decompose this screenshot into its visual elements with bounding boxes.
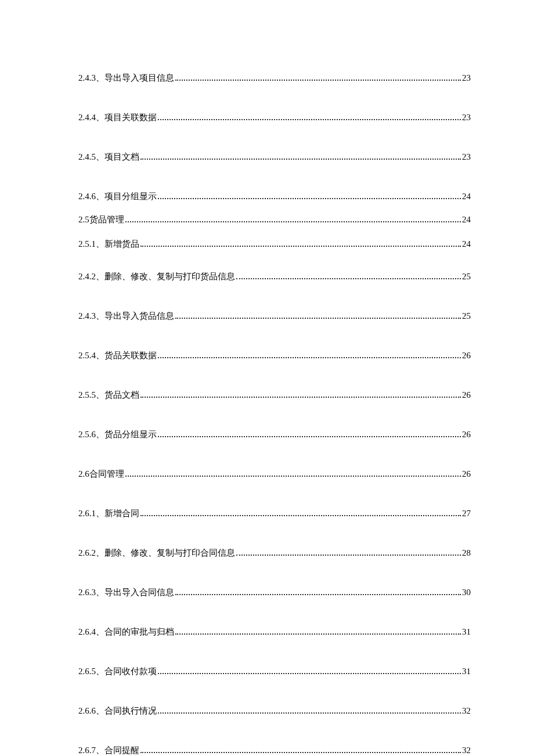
toc-leader-dots (236, 550, 461, 556)
toc-separator: 、 (96, 548, 104, 558)
toc-page-number: 31 (462, 666, 471, 676)
toc-title: 货品文档 (104, 390, 139, 400)
toc-title: 合同提醒 (104, 745, 139, 755)
toc-title: 导出导入合同信息 (104, 587, 174, 597)
toc-separator: 、 (96, 350, 104, 361)
toc-number: 2.6.4 (78, 627, 96, 637)
toc-entry: 2.5.5、货品文档26 (78, 390, 471, 400)
toc-number: 2.6.5 (78, 666, 96, 676)
toc-title: 新增合同 (104, 508, 139, 519)
toc-entry: 2.4.4、项目关联数据23 (78, 112, 471, 123)
toc-leader-dots (125, 471, 461, 477)
toc-title: 合同的审批与归档 (104, 627, 174, 637)
toc-leader-dots (140, 392, 461, 398)
toc-separator: 、 (96, 390, 104, 400)
toc-entry: 2.6.3、导出导入合同信息30 (78, 587, 471, 597)
toc-page-number: 25 (462, 271, 471, 282)
toc-separator: 、 (96, 666, 104, 676)
toc-leader-dots (125, 217, 461, 223)
toc-leader-dots (175, 629, 461, 635)
toc-leader-dots (158, 114, 461, 121)
toc-leader-dots (158, 193, 461, 200)
toc-separator: 、 (96, 271, 104, 282)
toc-entry: 2.6.6、合同执行情况32 (78, 705, 471, 716)
toc-container: 2.4.3、导出导入项目信息232.4.4、项目关联数据232.4.5、项目文档… (78, 73, 471, 756)
toc-page-number: 32 (462, 745, 471, 755)
toc-page-number: 31 (462, 627, 471, 637)
toc-title: 合同收付款项 (104, 666, 157, 676)
toc-entry: 2.4.2、删除、修改、复制与打印货品信息25 (78, 271, 471, 282)
toc-leader-dots (140, 154, 461, 160)
toc-page-number: 32 (462, 705, 471, 716)
toc-entry: 2.6.7、合同提醒32 (78, 745, 471, 755)
toc-number: 2.4.3 (78, 73, 96, 83)
toc-number: 2.4.2 (78, 271, 96, 282)
toc-leader-dots (158, 352, 461, 359)
toc-page-number: 26 (462, 469, 471, 479)
toc-number: 2.6.2 (78, 548, 96, 558)
toc-leader-dots (175, 75, 461, 81)
toc-entry: 2.4.3、导出导入项目信息23 (78, 73, 471, 83)
toc-title: 项目分组显示 (104, 191, 157, 201)
toc-title: 合同管理 (89, 469, 124, 479)
toc-entry: 2.5 货品管理24 (78, 214, 471, 225)
toc-separator: 、 (96, 429, 104, 440)
toc-title: 导出导入项目信息 (104, 73, 174, 83)
toc-separator: 、 (96, 239, 104, 249)
toc-leader-dots (236, 273, 461, 280)
toc-page-number: 26 (462, 390, 471, 400)
toc-separator: 、 (96, 745, 104, 755)
toc-entry: 2.6.2、删除、修改、复制与打印合同信息28 (78, 548, 471, 558)
toc-number: 2.6.7 (78, 745, 96, 755)
toc-number: 2.6.3 (78, 587, 96, 597)
toc-entry: 2.4.3、导出导入货品信息25 (78, 311, 471, 321)
toc-page-number: 23 (462, 73, 471, 83)
toc-entry: 2.6.1、新增合同27 (78, 508, 471, 519)
toc-number: 2.5.4 (78, 350, 96, 361)
toc-page-number: 24 (462, 239, 471, 249)
toc-entry: 2.5.6、货品分组显示26 (78, 429, 471, 440)
toc-entry: 2.6.4、合同的审批与归档31 (78, 627, 471, 637)
toc-number: 2.6.1 (78, 508, 96, 519)
toc-title: 删除、修改、复制与打印货品信息 (104, 271, 235, 282)
toc-page-number: 23 (462, 152, 471, 162)
toc-page-number: 28 (462, 548, 471, 558)
toc-title: 删除、修改、复制与打印合同信息 (104, 548, 235, 558)
toc-number: 2.5.6 (78, 429, 96, 440)
toc-entry: 2.5.4、货品关联数据26 (78, 350, 471, 361)
toc-separator: 、 (96, 705, 104, 716)
toc-separator: 、 (96, 587, 104, 597)
toc-title: 货品分组显示 (104, 429, 157, 440)
toc-title: 项目文档 (104, 152, 139, 162)
toc-number: 2.5.5 (78, 390, 96, 400)
toc-title: 货品关联数据 (104, 350, 157, 361)
toc-number: 2.4.6 (78, 191, 96, 201)
toc-leader-dots (158, 431, 461, 438)
toc-separator: 、 (96, 627, 104, 637)
toc-number: 2.4.5 (78, 152, 96, 162)
toc-leader-dots (140, 747, 461, 754)
toc-number: 2.4.3 (78, 311, 96, 321)
toc-page-number: 24 (462, 214, 471, 225)
toc-entry: 2.5.1、新增货品24 (78, 239, 471, 249)
toc-title: 导出导入货品信息 (104, 311, 174, 321)
toc-page-number: 26 (462, 429, 471, 440)
toc-leader-dots (158, 708, 461, 714)
toc-number: 2.5.1 (78, 239, 96, 249)
toc-page-number: 23 (462, 112, 471, 123)
toc-title: 项目关联数据 (104, 112, 157, 123)
toc-leader-dots (175, 589, 461, 596)
toc-page-number: 30 (462, 587, 471, 597)
toc-number: 2.4.4 (78, 112, 96, 123)
toc-page-number: 26 (462, 350, 471, 361)
toc-separator: 、 (96, 311, 104, 321)
toc-separator: 、 (96, 73, 104, 83)
toc-number: 2.5 (78, 214, 89, 225)
toc-leader-dots (140, 510, 461, 517)
toc-page-number: 27 (462, 508, 471, 519)
toc-entry: 2.6 合同管理26 (78, 469, 471, 479)
toc-separator: 、 (96, 152, 104, 162)
toc-page-number: 25 (462, 311, 471, 321)
toc-entry: 2.6.5、合同收付款项31 (78, 666, 471, 676)
toc-title: 合同执行情况 (104, 705, 157, 716)
